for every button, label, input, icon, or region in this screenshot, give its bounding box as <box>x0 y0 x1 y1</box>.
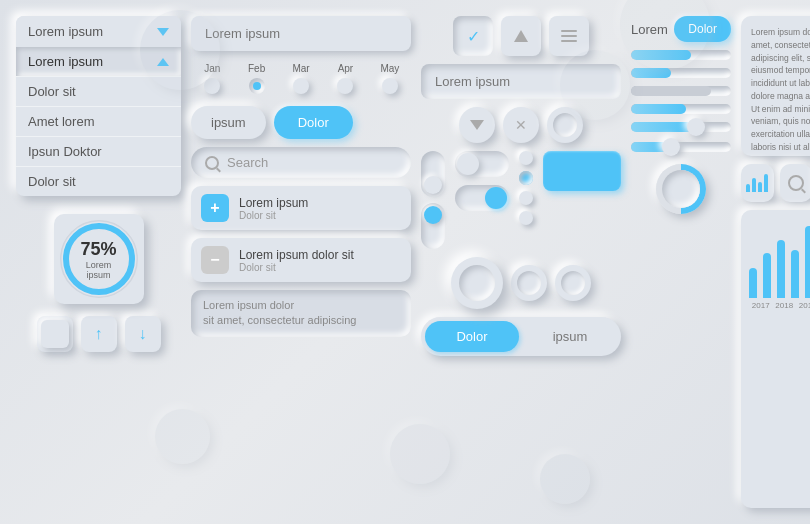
radio-jan[interactable] <box>204 78 220 94</box>
arrow-buttons-row <box>16 316 181 352</box>
small-square-btn-1[interactable] <box>37 316 73 352</box>
tab-month-mar[interactable]: Mar <box>280 63 322 94</box>
knob-inner-small-2 <box>517 271 541 295</box>
tab-month-may[interactable]: May <box>369 63 411 94</box>
toggle-thumb-1 <box>457 153 479 175</box>
deco-circle-3 <box>560 50 630 120</box>
bar-chart <box>749 218 810 298</box>
textarea-item: Lorem ipsum dolorsit amet, consectetur a… <box>191 290 411 337</box>
blue-rectangle <box>543 151 621 191</box>
vertical-toggle-thumb-2 <box>424 206 442 224</box>
tab-month-apr[interactable]: Apr <box>324 63 366 94</box>
progress-label: Lorem ipsum <box>76 260 121 280</box>
column-4: Lorem Dolor <box>631 16 731 508</box>
arrow-down-button[interactable] <box>125 316 161 352</box>
arrow-down-icon <box>139 325 147 343</box>
toggle-switch-1[interactable] <box>455 151 509 177</box>
chart-label-2019: 2019 <box>799 301 810 310</box>
search-bar[interactable]: Search <box>191 147 411 178</box>
text-content-body: Lorem ipsum dolor sit amet, consectetur … <box>751 26 810 156</box>
progress-text: 75% Lorem ipsum <box>76 239 121 280</box>
hamburger-line-2 <box>561 35 577 37</box>
dropdown-item-3[interactable]: Dolor sit <box>16 166 181 196</box>
radio-apr[interactable] <box>337 78 353 94</box>
knob-ring-container <box>631 164 731 214</box>
slider-2-track[interactable] <box>631 142 731 152</box>
list-item-1[interactable]: + Lorem ipsum Dolor sit <box>191 186 411 230</box>
ipsum-button[interactable]: ipsum <box>191 106 266 139</box>
bar-2017b <box>763 253 771 298</box>
bar-group-2017a <box>749 268 757 298</box>
sliders-group <box>631 122 731 152</box>
progress-bar-4-track <box>631 104 731 114</box>
dropdown-item-1[interactable]: Amet lorem <box>16 106 181 136</box>
deco-circle-1 <box>140 10 220 90</box>
vertical-toggle-thumb-1 <box>424 176 442 194</box>
bar-2019a <box>805 226 810 298</box>
tab-month-feb[interactable]: Feb <box>235 63 277 94</box>
list-item-icon-minus: − <box>201 246 229 274</box>
small-radio-3[interactable] <box>519 191 533 205</box>
vertical-toggle-group <box>421 151 445 249</box>
vertical-toggle-2[interactable] <box>421 203 445 249</box>
x-button[interactable]: ✕ <box>503 107 539 143</box>
progress-circle-container: 75% Lorem ipsum <box>16 214 181 304</box>
small-radio-2[interactable] <box>519 171 533 185</box>
button-row: ipsum Dolor <box>191 106 411 139</box>
tab-ipsum[interactable]: ipsum <box>523 321 617 352</box>
small-knob-2[interactable] <box>511 265 547 301</box>
chart-label-2018: 2018 <box>775 301 793 310</box>
dropdown-placeholder: Lorem ipsum <box>28 24 103 39</box>
dolor-button[interactable]: Dolor <box>274 106 353 139</box>
bar-group-2018b <box>791 250 799 298</box>
mini-bar-3 <box>758 182 762 192</box>
search-icon-button[interactable] <box>780 164 810 202</box>
main-container: Lorem ipsum Lorem ipsum Dolor sit Amet l… <box>0 0 810 524</box>
deco-circle-6 <box>155 409 210 464</box>
checkmark-button[interactable]: ✓ <box>453 16 493 56</box>
dropdown-selected-text: Lorem ipsum <box>28 54 103 69</box>
toggle-controls-area <box>421 151 621 249</box>
progress-bar-4-fill <box>631 104 686 114</box>
slider-2-thumb[interactable] <box>662 138 680 156</box>
tab-dolor[interactable]: Dolor <box>425 321 519 352</box>
toggle-switch-2[interactable] <box>455 185 509 211</box>
hamburger-button[interactable] <box>549 16 589 56</box>
arrow-up-button[interactable] <box>81 316 117 352</box>
small-radio-4[interactable] <box>519 211 533 225</box>
radio-mar[interactable] <box>293 78 309 94</box>
triangle-down-button[interactable] <box>459 107 495 143</box>
radio-feb[interactable] <box>249 78 265 94</box>
radio-may[interactable] <box>382 78 398 94</box>
small-knob-3[interactable] <box>555 265 591 301</box>
vertical-toggle-1[interactable] <box>421 151 445 197</box>
list-item-2-sub: Dolor sit <box>239 262 401 273</box>
deco-circle-2 <box>390 424 450 484</box>
knobs-row <box>421 257 621 309</box>
knob-inner-large <box>459 265 495 301</box>
column-2: Jan Feb Mar Apr May ipsum Dolor <box>191 16 411 508</box>
small-radio-1[interactable] <box>519 151 533 165</box>
list-item-1-title: Lorem ipsum <box>239 196 401 210</box>
list-item-icon-plus: + <box>201 194 229 222</box>
dropdown-item-2[interactable]: Ipsun Doktor <box>16 136 181 166</box>
slider-1-track[interactable] <box>631 122 731 132</box>
top-input[interactable] <box>191 16 411 51</box>
search-placeholder: Search <box>227 155 268 170</box>
slider-1-thumb[interactable] <box>687 118 705 136</box>
bar-chart-mini-icon <box>746 174 768 192</box>
bar-chart-mini-button[interactable] <box>741 164 774 202</box>
progress-percent: 75% <box>80 239 116 259</box>
mini-bar-4 <box>764 174 768 192</box>
triangle-up-icon <box>514 30 528 42</box>
arrow-up-icon <box>95 325 103 343</box>
knob-with-ring[interactable] <box>656 164 706 214</box>
list-item-2[interactable]: − Lorem ipsum dolor sit Dolor sit <box>191 238 411 282</box>
x-icon: ✕ <box>515 117 527 133</box>
chart-x-labels: 2017 2018 2019 2020 <box>749 301 810 310</box>
progress-circle: 75% Lorem ipsum <box>54 214 144 304</box>
large-knob[interactable] <box>451 257 503 309</box>
month-label-apr: Apr <box>338 63 354 74</box>
small-btn-inner-1 <box>41 320 69 348</box>
triangle-up-button[interactable] <box>501 16 541 56</box>
